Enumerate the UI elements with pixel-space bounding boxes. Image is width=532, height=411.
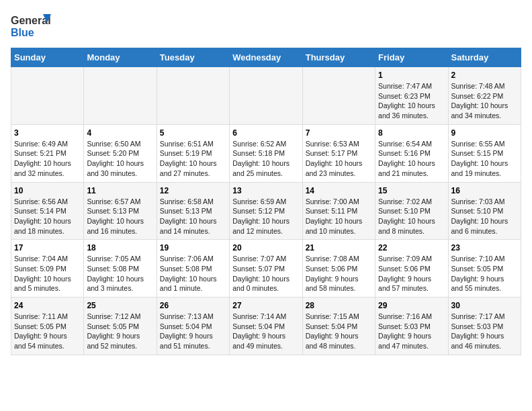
day-info: Sunrise: 6:58 AM Sunset: 5:13 PM Dayligh… <box>160 197 226 236</box>
calendar-week-row: 10Sunrise: 6:56 AM Sunset: 5:14 PM Dayli… <box>11 182 521 240</box>
day-number: 27 <box>232 301 299 310</box>
calendar-day-cell: 20Sunrise: 7:07 AM Sunset: 5:07 PM Dayli… <box>230 240 302 298</box>
day-number: 17 <box>14 243 81 253</box>
calendar-day-cell: 13Sunrise: 6:59 AM Sunset: 5:12 PM Dayli… <box>230 182 302 240</box>
calendar-day-cell: 12Sunrise: 6:58 AM Sunset: 5:13 PM Dayli… <box>157 182 229 240</box>
day-of-week-header: Monday <box>84 48 157 67</box>
calendar-day-cell: 5Sunrise: 6:51 AM Sunset: 5:19 PM Daylig… <box>157 124 229 182</box>
day-info: Sunrise: 7:13 AM Sunset: 5:04 PM Dayligh… <box>160 312 226 351</box>
day-info: Sunrise: 6:51 AM Sunset: 5:19 PM Dayligh… <box>160 139 226 179</box>
day-info: Sunrise: 7:11 AM Sunset: 5:05 PM Dayligh… <box>14 312 81 351</box>
day-number: 10 <box>14 186 81 195</box>
day-info: Sunrise: 7:10 AM Sunset: 5:05 PM Dayligh… <box>451 254 518 293</box>
calendar-day-cell: 30Sunrise: 7:17 AM Sunset: 5:03 PM Dayli… <box>448 298 521 355</box>
day-info: Sunrise: 6:52 AM Sunset: 5:18 PM Dayligh… <box>232 139 299 179</box>
day-of-week-header: Saturday <box>448 48 521 67</box>
day-number: 6 <box>232 128 299 138</box>
day-info: Sunrise: 6:55 AM Sunset: 5:15 PM Dayligh… <box>451 139 518 179</box>
svg-text:Blue: Blue <box>11 27 34 38</box>
calendar-day-cell: 19Sunrise: 7:06 AM Sunset: 5:08 PM Dayli… <box>157 240 229 298</box>
day-info: Sunrise: 6:54 AM Sunset: 5:16 PM Dayligh… <box>378 139 445 179</box>
day-info: Sunrise: 7:08 AM Sunset: 5:06 PM Dayligh… <box>306 254 372 293</box>
calendar-week-row: 17Sunrise: 7:04 AM Sunset: 5:09 PM Dayli… <box>11 240 521 298</box>
day-info: Sunrise: 7:09 AM Sunset: 5:06 PM Dayligh… <box>378 254 445 293</box>
day-number: 12 <box>160 186 226 195</box>
day-number: 26 <box>160 301 226 310</box>
day-number: 29 <box>378 301 445 310</box>
calendar-header-row: SundayMondayTuesdayWednesdayThursdayFrid… <box>11 48 521 67</box>
day-number: 19 <box>160 243 226 253</box>
calendar-day-cell: 18Sunrise: 7:05 AM Sunset: 5:08 PM Dayli… <box>84 240 157 298</box>
day-of-week-header: Friday <box>375 48 448 67</box>
day-number: 16 <box>451 186 518 195</box>
calendar-day-cell: 27Sunrise: 7:14 AM Sunset: 5:04 PM Dayli… <box>230 298 302 355</box>
day-info: Sunrise: 7:47 AM Sunset: 6:23 PM Dayligh… <box>378 81 445 121</box>
day-number: 3 <box>14 128 81 138</box>
day-number: 28 <box>306 301 372 310</box>
calendar-day-cell: 4Sunrise: 6:50 AM Sunset: 5:20 PM Daylig… <box>84 124 157 182</box>
day-info: Sunrise: 6:56 AM Sunset: 5:14 PM Dayligh… <box>14 197 81 236</box>
day-number: 25 <box>87 301 153 310</box>
calendar-week-row: 3Sunrise: 6:49 AM Sunset: 5:21 PM Daylig… <box>11 124 521 182</box>
day-number: 30 <box>451 301 518 310</box>
calendar-day-cell: 15Sunrise: 7:02 AM Sunset: 5:10 PM Dayli… <box>375 182 448 240</box>
logo: General Blue <box>11 11 58 41</box>
day-number: 2 <box>451 71 518 80</box>
day-number: 24 <box>14 301 81 310</box>
day-info: Sunrise: 7:02 AM Sunset: 5:10 PM Dayligh… <box>378 197 445 236</box>
calendar-day-cell: 17Sunrise: 7:04 AM Sunset: 5:09 PM Dayli… <box>11 240 84 298</box>
day-number: 22 <box>378 243 445 253</box>
day-number: 7 <box>306 128 372 138</box>
day-number: 14 <box>306 186 372 195</box>
day-number: 20 <box>232 243 299 253</box>
calendar-day-cell: 1Sunrise: 7:47 AM Sunset: 6:23 PM Daylig… <box>375 67 448 125</box>
day-info: Sunrise: 7:17 AM Sunset: 5:03 PM Dayligh… <box>451 312 518 351</box>
day-info: Sunrise: 6:59 AM Sunset: 5:12 PM Dayligh… <box>232 197 299 236</box>
day-info: Sunrise: 7:16 AM Sunset: 5:03 PM Dayligh… <box>378 312 445 351</box>
calendar-day-cell: 10Sunrise: 6:56 AM Sunset: 5:14 PM Dayli… <box>11 182 84 240</box>
calendar-table: SundayMondayTuesdayWednesdayThursdayFrid… <box>11 48 521 355</box>
page-header: General Blue <box>11 11 521 41</box>
calendar-day-cell: 8Sunrise: 6:54 AM Sunset: 5:16 PM Daylig… <box>375 124 448 182</box>
day-info: Sunrise: 6:53 AM Sunset: 5:17 PM Dayligh… <box>306 139 372 179</box>
calendar-day-cell: 16Sunrise: 7:03 AM Sunset: 5:10 PM Dayli… <box>448 182 521 240</box>
calendar-day-cell: 25Sunrise: 7:12 AM Sunset: 5:05 PM Dayli… <box>84 298 157 355</box>
day-number: 5 <box>160 128 226 138</box>
day-info: Sunrise: 7:06 AM Sunset: 5:08 PM Dayligh… <box>160 254 226 293</box>
day-info: Sunrise: 7:07 AM Sunset: 5:07 PM Dayligh… <box>232 254 299 293</box>
day-number: 23 <box>451 243 518 253</box>
day-of-week-header: Sunday <box>11 48 84 67</box>
calendar-day-cell <box>84 67 157 125</box>
day-number: 9 <box>451 128 518 138</box>
day-info: Sunrise: 7:04 AM Sunset: 5:09 PM Dayligh… <box>14 254 81 293</box>
calendar-day-cell <box>302 67 375 125</box>
calendar-week-row: 1Sunrise: 7:47 AM Sunset: 6:23 PM Daylig… <box>11 67 521 125</box>
logo-svg: General Blue <box>11 11 58 41</box>
calendar-week-row: 24Sunrise: 7:11 AM Sunset: 5:05 PM Dayli… <box>11 298 521 355</box>
calendar-day-cell: 28Sunrise: 7:15 AM Sunset: 5:04 PM Dayli… <box>302 298 375 355</box>
calendar-day-cell: 22Sunrise: 7:09 AM Sunset: 5:06 PM Dayli… <box>375 240 448 298</box>
calendar-day-cell: 26Sunrise: 7:13 AM Sunset: 5:04 PM Dayli… <box>157 298 229 355</box>
day-info: Sunrise: 6:49 AM Sunset: 5:21 PM Dayligh… <box>14 139 81 179</box>
day-info: Sunrise: 7:14 AM Sunset: 5:04 PM Dayligh… <box>232 312 299 351</box>
day-info: Sunrise: 7:03 AM Sunset: 5:10 PM Dayligh… <box>451 197 518 236</box>
day-info: Sunrise: 6:50 AM Sunset: 5:20 PM Dayligh… <box>87 139 153 179</box>
calendar-day-cell: 3Sunrise: 6:49 AM Sunset: 5:21 PM Daylig… <box>11 124 84 182</box>
calendar-day-cell: 24Sunrise: 7:11 AM Sunset: 5:05 PM Dayli… <box>11 298 84 355</box>
day-info: Sunrise: 7:48 AM Sunset: 6:22 PM Dayligh… <box>451 81 518 121</box>
calendar-day-cell: 21Sunrise: 7:08 AM Sunset: 5:06 PM Dayli… <box>302 240 375 298</box>
calendar-day-cell: 9Sunrise: 6:55 AM Sunset: 5:15 PM Daylig… <box>448 124 521 182</box>
calendar-day-cell <box>230 67 302 125</box>
day-info: Sunrise: 7:15 AM Sunset: 5:04 PM Dayligh… <box>306 312 372 351</box>
calendar-day-cell: 7Sunrise: 6:53 AM Sunset: 5:17 PM Daylig… <box>302 124 375 182</box>
day-number: 4 <box>87 128 153 138</box>
day-of-week-header: Thursday <box>302 48 375 67</box>
day-number: 15 <box>378 186 445 195</box>
day-info: Sunrise: 7:00 AM Sunset: 5:11 PM Dayligh… <box>306 197 372 236</box>
day-number: 8 <box>378 128 445 138</box>
day-number: 1 <box>378 71 445 80</box>
calendar-day-cell <box>157 67 229 125</box>
day-info: Sunrise: 7:05 AM Sunset: 5:08 PM Dayligh… <box>87 254 153 293</box>
day-of-week-header: Tuesday <box>157 48 229 67</box>
day-of-week-header: Wednesday <box>230 48 302 67</box>
